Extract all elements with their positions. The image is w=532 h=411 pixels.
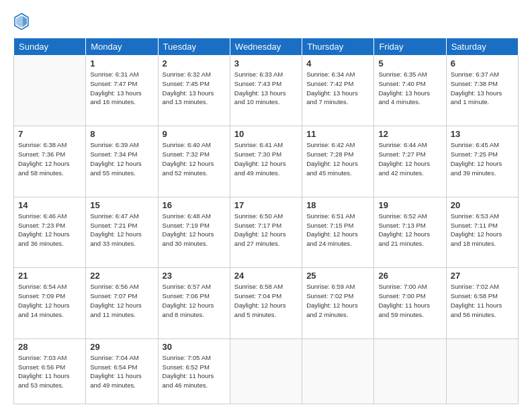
- calendar-cell: [230, 338, 302, 404]
- day-number: 5: [378, 58, 441, 68]
- calendar-cell: 24Sunrise: 6:58 AMSunset: 7:04 PMDayligh…: [230, 268, 302, 338]
- day-number: 21: [18, 271, 81, 281]
- calendar-cell: 21Sunrise: 6:54 AMSunset: 7:09 PMDayligh…: [14, 268, 86, 338]
- svg-marker-1: [23, 16, 27, 27]
- weekday-header-sunday: Sunday: [14, 38, 86, 56]
- calendar-cell: 22Sunrise: 6:56 AMSunset: 7:07 PMDayligh…: [86, 268, 158, 338]
- day-number: 20: [451, 200, 514, 210]
- day-number: 7: [18, 129, 81, 139]
- day-number: 8: [90, 129, 153, 139]
- day-info: Sunrise: 6:48 AMSunset: 7:19 PMDaylight:…: [163, 212, 226, 248]
- day-info: Sunrise: 6:58 AMSunset: 7:04 PMDaylight:…: [234, 282, 298, 319]
- day-info: Sunrise: 6:52 AMSunset: 7:13 PMDaylight:…: [378, 212, 441, 248]
- day-info: Sunrise: 6:45 AMSunset: 7:25 PMDaylight:…: [451, 140, 514, 177]
- day-info: Sunrise: 6:54 AMSunset: 7:09 PMDaylight:…: [18, 282, 81, 319]
- day-number: 3: [234, 58, 298, 68]
- calendar-cell: 2Sunrise: 6:32 AMSunset: 7:45 PMDaylight…: [158, 56, 230, 126]
- day-number: 26: [378, 271, 441, 281]
- calendar-cell: 5Sunrise: 6:35 AMSunset: 7:40 PMDaylight…: [374, 56, 446, 126]
- week-row-3: 14Sunrise: 6:46 AMSunset: 7:23 PMDayligh…: [14, 197, 519, 267]
- calendar-cell: 28Sunrise: 7:03 AMSunset: 6:56 PMDayligh…: [14, 338, 86, 404]
- calendar-cell: 3Sunrise: 6:33 AMSunset: 7:43 PMDaylight…: [230, 56, 302, 126]
- day-info: Sunrise: 7:02 AMSunset: 6:58 PMDaylight:…: [451, 282, 514, 319]
- calendar-cell: 4Sunrise: 6:34 AMSunset: 7:42 PMDaylight…: [302, 56, 374, 126]
- day-info: Sunrise: 6:34 AMSunset: 7:42 PMDaylight:…: [306, 70, 369, 107]
- calendar-cell: 17Sunrise: 6:50 AMSunset: 7:17 PMDayligh…: [230, 197, 302, 267]
- week-row-2: 7Sunrise: 6:38 AMSunset: 7:36 PMDaylight…: [14, 126, 519, 197]
- day-info: Sunrise: 6:42 AMSunset: 7:28 PMDaylight:…: [306, 140, 369, 177]
- logo-icon: [13, 12, 30, 31]
- weekday-header-row: SundayMondayTuesdayWednesdayThursdayFrid…: [14, 38, 519, 56]
- day-number: 18: [306, 200, 369, 210]
- calendar-cell: 23Sunrise: 6:57 AMSunset: 7:06 PMDayligh…: [158, 268, 230, 338]
- day-number: 12: [378, 129, 441, 139]
- day-info: Sunrise: 6:47 AMSunset: 7:21 PMDaylight:…: [90, 212, 153, 248]
- day-info: Sunrise: 7:05 AMSunset: 6:52 PMDaylight:…: [163, 353, 226, 390]
- day-info: Sunrise: 6:33 AMSunset: 7:43 PMDaylight:…: [234, 70, 298, 107]
- day-number: 17: [234, 200, 298, 210]
- day-number: 28: [18, 342, 81, 352]
- calendar-cell: 26Sunrise: 7:00 AMSunset: 7:00 PMDayligh…: [374, 268, 446, 338]
- calendar-cell: 1Sunrise: 6:31 AMSunset: 7:47 PMDaylight…: [86, 56, 158, 126]
- weekday-header-wednesday: Wednesday: [230, 38, 302, 56]
- day-number: 29: [90, 342, 153, 352]
- day-info: Sunrise: 6:32 AMSunset: 7:45 PMDaylight:…: [163, 70, 226, 107]
- calendar-cell: [446, 338, 518, 404]
- day-info: Sunrise: 6:46 AMSunset: 7:23 PMDaylight:…: [18, 212, 81, 248]
- calendar-cell: 18Sunrise: 6:51 AMSunset: 7:15 PMDayligh…: [302, 197, 374, 267]
- day-info: Sunrise: 6:53 AMSunset: 7:11 PMDaylight:…: [451, 212, 514, 248]
- day-number: 16: [163, 200, 226, 210]
- day-info: Sunrise: 6:39 AMSunset: 7:34 PMDaylight:…: [90, 140, 153, 177]
- day-number: 15: [90, 200, 153, 210]
- day-info: Sunrise: 6:56 AMSunset: 7:07 PMDaylight:…: [90, 282, 153, 319]
- calendar-cell: 20Sunrise: 6:53 AMSunset: 7:11 PMDayligh…: [446, 197, 518, 267]
- weekday-header-thursday: Thursday: [302, 38, 374, 56]
- calendar-cell: 25Sunrise: 6:59 AMSunset: 7:02 PMDayligh…: [302, 268, 374, 338]
- day-info: Sunrise: 7:03 AMSunset: 6:56 PMDaylight:…: [18, 353, 81, 390]
- day-number: 6: [451, 58, 514, 68]
- weekday-header-friday: Friday: [374, 38, 446, 56]
- day-number: 22: [90, 271, 153, 281]
- day-info: Sunrise: 6:37 AMSunset: 7:38 PMDaylight:…: [451, 70, 514, 107]
- day-info: Sunrise: 6:51 AMSunset: 7:15 PMDaylight:…: [306, 212, 369, 248]
- day-info: Sunrise: 6:50 AMSunset: 7:17 PMDaylight:…: [234, 212, 298, 248]
- logo: [13, 12, 32, 31]
- day-number: 27: [451, 271, 514, 281]
- day-number: 13: [451, 129, 514, 139]
- day-number: 19: [378, 200, 441, 210]
- calendar-cell: 8Sunrise: 6:39 AMSunset: 7:34 PMDaylight…: [86, 126, 158, 197]
- weekday-header-saturday: Saturday: [446, 38, 518, 56]
- day-info: Sunrise: 6:35 AMSunset: 7:40 PMDaylight:…: [378, 70, 441, 107]
- day-number: 2: [163, 58, 226, 68]
- day-number: 11: [306, 129, 369, 139]
- calendar-cell: 29Sunrise: 7:04 AMSunset: 6:54 PMDayligh…: [86, 338, 158, 404]
- day-info: Sunrise: 6:31 AMSunset: 7:47 PMDaylight:…: [90, 70, 153, 107]
- page: SundayMondayTuesdayWednesdayThursdayFrid…: [0, 0, 532, 411]
- day-info: Sunrise: 6:57 AMSunset: 7:06 PMDaylight:…: [163, 282, 226, 319]
- calendar-cell: 13Sunrise: 6:45 AMSunset: 7:25 PMDayligh…: [446, 126, 518, 197]
- calendar-cell: 16Sunrise: 6:48 AMSunset: 7:19 PMDayligh…: [158, 197, 230, 267]
- day-info: Sunrise: 7:00 AMSunset: 7:00 PMDaylight:…: [378, 282, 441, 319]
- calendar-cell: 11Sunrise: 6:42 AMSunset: 7:28 PMDayligh…: [302, 126, 374, 197]
- week-row-4: 21Sunrise: 6:54 AMSunset: 7:09 PMDayligh…: [14, 268, 519, 338]
- calendar-cell: 15Sunrise: 6:47 AMSunset: 7:21 PMDayligh…: [86, 197, 158, 267]
- day-number: 9: [163, 129, 226, 139]
- weekday-header-tuesday: Tuesday: [158, 38, 230, 56]
- day-number: 24: [234, 271, 298, 281]
- weekday-header-monday: Monday: [86, 38, 158, 56]
- calendar-cell: [14, 56, 86, 126]
- day-number: 30: [163, 342, 226, 352]
- day-info: Sunrise: 6:41 AMSunset: 7:30 PMDaylight:…: [234, 140, 298, 177]
- day-info: Sunrise: 6:59 AMSunset: 7:02 PMDaylight:…: [306, 282, 369, 319]
- svg-marker-2: [16, 16, 23, 27]
- day-number: 23: [163, 271, 226, 281]
- calendar-cell: 27Sunrise: 7:02 AMSunset: 6:58 PMDayligh…: [446, 268, 518, 338]
- week-row-5: 28Sunrise: 7:03 AMSunset: 6:56 PMDayligh…: [14, 338, 519, 404]
- calendar-cell: 14Sunrise: 6:46 AMSunset: 7:23 PMDayligh…: [14, 197, 86, 267]
- week-row-1: 1Sunrise: 6:31 AMSunset: 7:47 PMDaylight…: [14, 56, 519, 126]
- calendar-cell: 9Sunrise: 6:40 AMSunset: 7:32 PMDaylight…: [158, 126, 230, 197]
- calendar-cell: 12Sunrise: 6:44 AMSunset: 7:27 PMDayligh…: [374, 126, 446, 197]
- calendar-cell: 6Sunrise: 6:37 AMSunset: 7:38 PMDaylight…: [446, 56, 518, 126]
- day-number: 25: [306, 271, 369, 281]
- calendar-cell: 10Sunrise: 6:41 AMSunset: 7:30 PMDayligh…: [230, 126, 302, 197]
